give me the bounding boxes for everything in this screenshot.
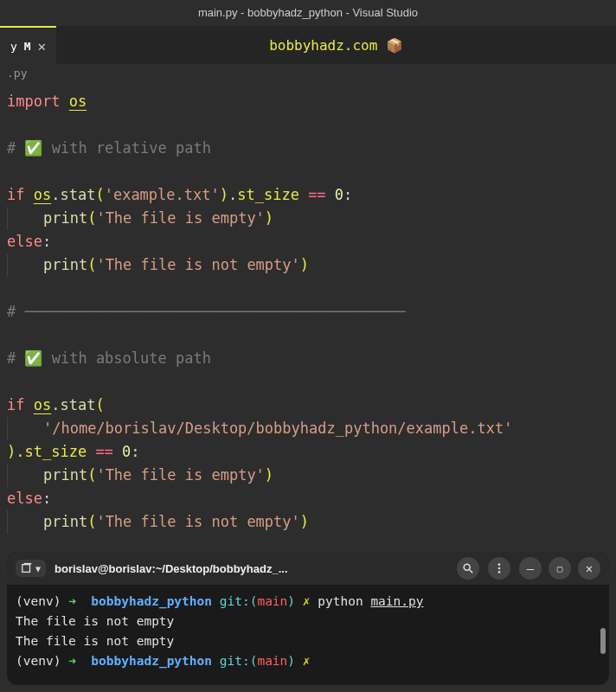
svg-rect-0 (22, 565, 30, 573)
close-icon: ✕ (586, 561, 593, 575)
breadcrumb[interactable]: .py (0, 64, 616, 83)
scrollbar-thumb[interactable] (600, 628, 606, 654)
banner-text: bobbyhadz.com 📦 (56, 37, 616, 54)
search-icon (462, 562, 474, 574)
minimize-icon: — (527, 561, 534, 575)
terminal-header: ▼ borislav@borislav:~/Desktop/bobbyhadz_… (7, 552, 609, 585)
search-button[interactable] (457, 557, 479, 580)
svg-point-4 (498, 563, 501, 566)
new-tab-button[interactable]: ▼ (16, 560, 46, 577)
svg-point-2 (464, 564, 470, 570)
window-title: main.py - bobbyhadz_python - Visual Stud… (0, 0, 616, 26)
terminal-window: ▼ borislav@borislav:~/Desktop/bobbyhadz_… (7, 552, 609, 685)
minimize-button[interactable]: — (519, 557, 542, 580)
code-editor[interactable]: import os # ✅ with relative path if os.s… (0, 83, 616, 541)
maximize-icon: ▢ (557, 563, 563, 574)
svg-rect-1 (24, 563, 32, 565)
svg-point-6 (498, 571, 501, 573)
maximize-button[interactable]: ▢ (549, 557, 571, 580)
close-button[interactable]: ✕ (578, 557, 600, 580)
kebab-icon (493, 562, 505, 574)
close-icon[interactable]: ✕ (37, 38, 46, 54)
terminal-title: borislav@borislav:~/Desktop/bobbyhadz_..… (55, 562, 448, 575)
editor-tab[interactable]: y M ✕ (0, 26, 56, 64)
tab-filename: y M (10, 40, 30, 53)
menu-button[interactable] (488, 557, 510, 580)
plus-tab-icon (21, 562, 33, 574)
svg-point-5 (498, 567, 501, 570)
svg-line-3 (470, 570, 473, 573)
tab-bar: y M ✕ bobbyhadz.com 📦 (0, 26, 616, 64)
terminal-body[interactable]: (venv) ➜ bobbyhadz_python git:(main) ✗ p… (7, 585, 609, 685)
